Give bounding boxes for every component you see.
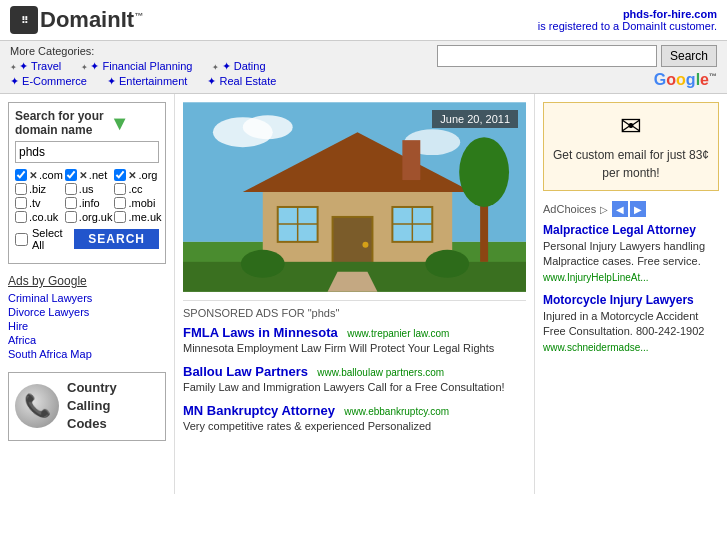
right-ad-1-link[interactable]: Motorcycle Injury Lawyers xyxy=(543,293,694,307)
google-search-button[interactable]: Search xyxy=(661,45,717,67)
logo-icon: ⠿ xyxy=(10,6,38,34)
ext-meuk: .me.uk xyxy=(114,211,161,223)
right-ad-1-desc: Injured in a Motorcycle Accident Free Co… xyxy=(543,309,719,340)
search-title-line1: Search for your xyxy=(15,109,104,123)
phone-icon: 📞 xyxy=(15,384,59,428)
center-ad-2-title: MN Bankruptcy Attorney www.ebbankruptcy.… xyxy=(183,403,526,418)
ad-link-divorce[interactable]: Divorce Lawyers xyxy=(8,306,166,318)
center-ad-0-title: FMLA Laws in Minnesota www.trepanier law… xyxy=(183,325,526,340)
nav-ecommerce[interactable]: ✦ E-Commerce xyxy=(10,75,87,88)
nav-financial[interactable]: ✦ Financial Planning xyxy=(81,60,192,73)
sponsored-label: SPONSORED ADS FOR "phds" xyxy=(183,300,526,319)
domain-search-button[interactable]: SEARCH xyxy=(74,229,159,249)
ext-org: ✕.org xyxy=(114,169,161,181)
logo[interactable]: ⠿ DomainIt™ xyxy=(10,6,143,34)
nav-links-row2: ✦ E-Commerce ✦ Entertainment ✦ Real Esta… xyxy=(10,75,276,88)
right-ad-1-title: Motorcycle Injury Lawyers xyxy=(543,293,719,307)
ext-info: .info xyxy=(65,197,113,209)
select-all-row: Select All SEARCH xyxy=(15,227,159,251)
ext-couk: .co.uk xyxy=(15,211,63,223)
svg-point-20 xyxy=(459,137,509,207)
ext-mobi: .mobi xyxy=(114,197,161,209)
center-ad-1-desc: Family Law and Immigration Lawyers Call … xyxy=(183,381,526,393)
nav-links: ✦ Travel ✦ Financial Planning ✦ Dating xyxy=(10,60,276,73)
center-ad-0-url: www.trepanier law.com xyxy=(347,328,449,339)
right-ad-0-link[interactable]: Malpractice Legal Attorney xyxy=(543,223,696,237)
ext-com: ✕.com xyxy=(15,169,63,181)
header-registered: phds-for-hire.com is registered to a Dom… xyxy=(538,8,717,32)
right-ad-0-desc: Personal Injury Lawyers handling Malprac… xyxy=(543,239,719,270)
left-sidebar: Search for your domain name ▼ phds ✕.com… xyxy=(0,94,175,494)
house-illustration xyxy=(183,102,526,292)
nav-dating[interactable]: ✦ Dating xyxy=(212,60,265,73)
nav-travel[interactable]: ✦ Travel xyxy=(10,60,61,73)
center-ad-1-link[interactable]: Ballou Law Partners xyxy=(183,364,308,379)
center-ad-1: Ballou Law Partners www.balloulaw partne… xyxy=(183,364,526,393)
custom-email-text: Get custom email for just 83¢ per month! xyxy=(552,146,710,182)
nav-arrow-right[interactable]: ▶ xyxy=(630,201,646,217)
domain-search-title: Search for your domain name ▼ xyxy=(15,109,159,137)
right-ad-0-title: Malpractice Legal Attorney xyxy=(543,223,719,237)
ad-link-hire[interactable]: Hire xyxy=(8,320,166,332)
right-ad-0: Malpractice Legal Attorney Personal Inju… xyxy=(543,223,719,283)
center-ad-1-url: www.balloulaw partners.com xyxy=(317,367,444,378)
header: ⠿ DomainIt™ phds-for-hire.com is registe… xyxy=(0,0,727,41)
ad-link-south-africa[interactable]: South Africa Map xyxy=(8,348,166,360)
ext-us: .us xyxy=(65,183,113,195)
more-categories-label: More Categories: xyxy=(10,45,276,57)
main: Search for your domain name ▼ phds ✕.com… xyxy=(0,94,727,494)
domain-search-input[interactable]: phds xyxy=(15,141,159,163)
country-calling-text: Country Calling Codes xyxy=(67,379,117,434)
nav-arrows: ◀ ▶ xyxy=(612,201,646,217)
ext-biz: .biz xyxy=(15,183,63,195)
center-content: June 20, 2011 SPONSORED ADS FOR "phds" F… xyxy=(175,94,535,494)
nav-bar: More Categories: ✦ Travel ✦ Financial Pl… xyxy=(0,41,727,94)
custom-email-box: ✉ Get custom email for just 83¢ per mont… xyxy=(543,102,719,191)
cc-line3: Codes xyxy=(67,416,107,431)
ad-link-africa[interactable]: Africa xyxy=(8,334,166,346)
ads-by-google-title: Ads by Google xyxy=(8,274,166,288)
svg-rect-7 xyxy=(402,140,420,180)
select-all-checkbox[interactable] xyxy=(15,233,28,246)
nav-arrow-left[interactable]: ◀ xyxy=(612,201,628,217)
center-ad-0-link[interactable]: FMLA Laws in Minnesota xyxy=(183,325,338,340)
search-title-text: Search for your domain name xyxy=(15,109,104,137)
ext-tv: .tv xyxy=(15,197,63,209)
registered-domain: phds-for-hire.com xyxy=(538,8,717,20)
ad-choices-bar: AdChoices ▷ ◀ ▶ xyxy=(543,201,719,217)
nav-search-area: Search xyxy=(437,45,717,67)
envelope-icon: ✉ xyxy=(552,111,710,142)
registered-text: is registered to a DomainIt customer. xyxy=(538,20,717,32)
ads-by-google: Ads by Google Criminal Lawyers Divorce L… xyxy=(8,274,166,360)
search-title-line2: domain name xyxy=(15,123,92,137)
ad-link-criminal[interactable]: Criminal Lawyers xyxy=(8,292,166,304)
logo-wordmark: DomainIt xyxy=(40,7,134,32)
svg-point-3 xyxy=(243,115,293,139)
ad-choices-label: AdChoices xyxy=(543,203,596,215)
center-ad-0-desc: Minnesota Employment Law Firm Will Prote… xyxy=(183,342,526,354)
logo-text: DomainIt™ xyxy=(40,7,143,33)
nav-entertainment[interactable]: ✦ Entertainment xyxy=(107,75,188,88)
svg-point-17 xyxy=(241,250,285,278)
google-search-input[interactable] xyxy=(437,45,657,67)
center-ad-2-link[interactable]: MN Bankruptcy Attorney xyxy=(183,403,335,418)
nav-realestate[interactable]: ✦ Real Estate xyxy=(207,75,276,88)
center-ad-1-title: Ballou Law Partners www.balloulaw partne… xyxy=(183,364,526,379)
ext-orguk: .org.uk xyxy=(65,211,113,223)
country-calling-codes[interactable]: 📞 Country Calling Codes xyxy=(8,372,166,441)
logo-tm: ™ xyxy=(134,11,143,21)
cc-line2: Calling xyxy=(67,398,110,413)
center-ad-2-desc: Very competitive rates & experienced Per… xyxy=(183,420,526,432)
center-ad-0: FMLA Laws in Minnesota www.trepanier law… xyxy=(183,325,526,354)
triangle-icon: ▷ xyxy=(600,204,608,215)
arrow-down-icon: ▼ xyxy=(110,112,130,135)
center-ad-2: MN Bankruptcy Attorney www.ebbankruptcy.… xyxy=(183,403,526,432)
right-ad-1-url: www.schneidermadse... xyxy=(543,342,719,353)
logo-icon-dots: ⠿ xyxy=(21,15,28,26)
house-date: June 20, 2011 xyxy=(432,110,518,128)
house-image: June 20, 2011 xyxy=(183,102,526,292)
cc-line1: Country xyxy=(67,380,117,395)
ext-net: ✕.net xyxy=(65,169,113,181)
extension-grid: ✕.com ✕.net ✕.org .biz .us .cc .tv .info… xyxy=(15,169,159,223)
ext-cc: .cc xyxy=(114,183,161,195)
